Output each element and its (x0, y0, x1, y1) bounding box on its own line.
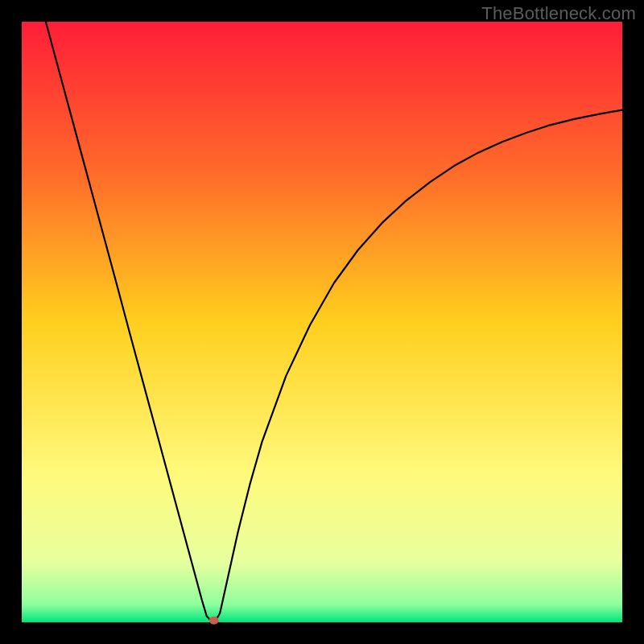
chart-container: TheBottleneck.com (0, 0, 644, 644)
optimal-point-marker (209, 617, 219, 625)
plot-background (22, 22, 622, 622)
bottleneck-chart (0, 0, 644, 644)
watermark-text: TheBottleneck.com (481, 3, 636, 24)
